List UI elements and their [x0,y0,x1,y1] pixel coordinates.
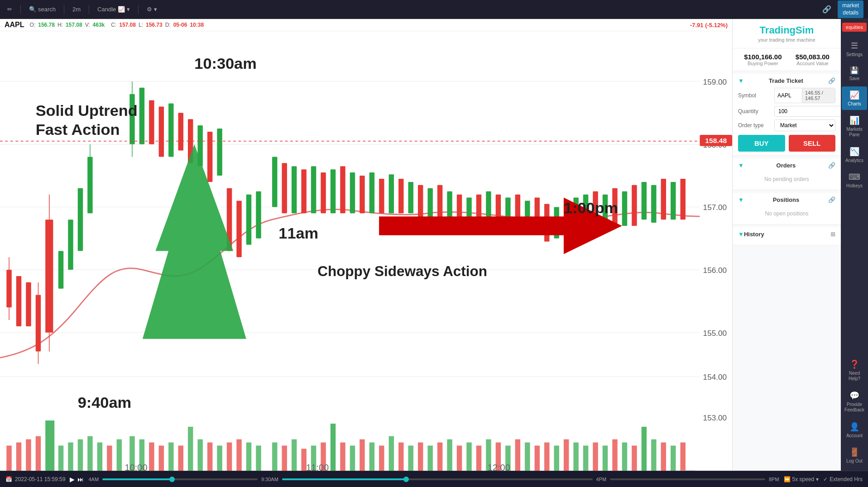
svg-rect-83 [45,420,54,471]
sidebar-item-analytics[interactable]: 📉 Analytics [842,143,867,167]
svg-rect-12 [36,295,41,352]
svg-rect-48 [360,176,364,213]
sidebar-help-label: NeedHelp? [849,371,860,382]
far-right-sidebar: equities ☰ Settings 💾 Save 📈 Charts 📊 Ma… [841,19,868,471]
equities-btn[interactable]: equities [842,23,867,32]
chart-type-btn[interactable]: Candle 📈 ▾ [95,4,133,14]
positions-link-icon: 🔗 [828,196,835,203]
symbol-price: 146.55 / 146.57 [802,88,835,103]
trade-ticket-title: Trade Ticket [769,77,803,84]
timeframe-btn[interactable]: 2m [70,4,83,14]
positions-header: ▼ Positions 🔗 [738,196,835,203]
order-type-label: Order type [738,122,774,129]
open-value: 156.78 [38,22,55,28]
symbol-input-wrapper[interactable]: 146.55 / 146.57 [774,88,835,103]
svg-rect-39 [272,157,277,207]
svg-rect-94 [117,439,122,471]
svg-rect-26 [139,88,144,144]
svg-rect-106 [236,439,241,471]
trade-ticket-link-icon: 🔗 [828,77,835,84]
analytics-icon: 📉 [849,147,859,157]
svg-rect-89 [68,443,73,471]
sidebar-item-charts[interactable]: 📈 Charts [842,86,867,110]
svg-rect-148 [651,439,656,471]
play-controls: ▶ ⏭ [70,476,84,483]
buy-button[interactable]: BUY [738,135,785,152]
svg-text:1:00pm: 1:00pm [564,200,618,216]
svg-rect-125 [427,446,432,471]
timeline-track-2[interactable] [282,478,593,480]
settings-btn[interactable]: ⚙ ▾ [144,4,160,14]
right-panel: TradingSim your trading time machine $10… [732,19,841,471]
pencil-icon: ✏ [7,6,12,13]
orders-arrow: ▼ [738,162,744,169]
timeline-fill-2 [282,478,406,480]
svg-rect-75 [622,191,627,226]
play-button[interactable]: ▶ [70,476,75,483]
svg-rect-34 [217,129,222,176]
timeline-track-3[interactable] [610,478,765,480]
svg-rect-53 [408,182,413,213]
svg-rect-143 [603,446,608,471]
account-row: $100,166.00 Buying Power $50,083.00 Acco… [733,48,841,71]
high-value: 157.08 [66,22,82,28]
sidebar-item-feedback[interactable]: 💬 ProvideFeedback [842,387,867,416]
speed-control[interactable]: ⏩ 5x speed ▾ [784,476,819,482]
svg-text:10:00: 10:00 [125,463,147,471]
svg-rect-23 [129,94,134,144]
svg-rect-103 [207,443,212,471]
sidebar-item-hotkeys[interactable]: ⌨ Hotkeys [842,168,867,192]
sidebar-item-save[interactable]: 💾 Save [842,62,867,85]
timeline-track[interactable] [102,478,258,480]
sidebar-item-settings[interactable]: ☰ Settings [842,37,867,61]
positions-empty: No open positions [738,207,835,220]
trade-ticket-header: ▼ Trade Ticket 🔗 [738,77,835,84]
sidebar-item-logout[interactable]: 🚪 Log Out [842,444,867,467]
timeline-thumb-2[interactable] [403,477,409,482]
svg-rect-140 [573,443,578,471]
trade-ticket-arrow: ▼ [738,77,744,84]
svg-rect-149 [661,443,666,471]
quantity-input[interactable] [774,106,841,117]
svg-rect-141 [583,446,588,471]
svg-rect-20 [78,188,83,251]
svg-rect-90 [78,439,83,471]
sell-button[interactable]: SELL [789,135,836,152]
svg-rect-29 [168,104,173,157]
svg-rect-51 [389,174,394,213]
timeline-thumb[interactable] [169,477,175,482]
svg-rect-127 [447,439,452,471]
date-value: 05-06 [173,22,187,28]
toolbar: ✏ 🔍 search 2m Candle 📈 ▾ ⚙ ▾ 🔗 market de… [0,0,868,19]
tradingsim-header: TradingSim your trading time machine [733,19,841,48]
open-label: O: [30,22,36,28]
svg-rect-100 [178,446,183,471]
svg-rect-85 [16,443,21,471]
svg-rect-97 [149,443,154,471]
sidebar-item-markets[interactable]: 📊 MarketsPane [842,112,867,141]
logout-icon: 🚪 [849,447,859,457]
symbol-input[interactable] [775,91,802,100]
chart-svg-area[interactable]: 10:00 11:00 12:00 159.00 158.00 157.00 1… [0,31,732,471]
sidebar-item-account[interactable]: 👤 Account [842,418,867,442]
market-details-btn[interactable]: market details [838,0,863,18]
order-type-row: Order type Market [738,119,835,131]
tradingsim-logo: TradingSim [738,24,835,36]
svg-rect-107 [246,443,251,471]
svg-rect-41 [292,166,297,213]
history-arrow: ▼ [738,231,744,238]
positions-arrow: ▼ [738,196,744,203]
pencil-tool-btn[interactable]: ✏ [5,4,15,14]
order-type-select[interactable]: Market [774,119,835,131]
svg-rect-126 [437,443,442,471]
extended-hrs[interactable]: ✓ Extended Hrs [823,476,863,482]
svg-rect-147 [642,427,647,471]
sidebar-item-help[interactable]: ❓ NeedHelp? [842,356,867,385]
chart-svg: 10:00 11:00 12:00 159.00 158.00 157.00 1… [0,31,732,471]
skip-button[interactable]: ⏭ [77,476,84,483]
search-btn[interactable]: 🔍 search [26,4,58,14]
svg-rect-86 [26,439,31,471]
date-label: D: [165,22,171,28]
extended-check-icon: ✓ [823,476,828,482]
svg-rect-79 [661,179,666,220]
